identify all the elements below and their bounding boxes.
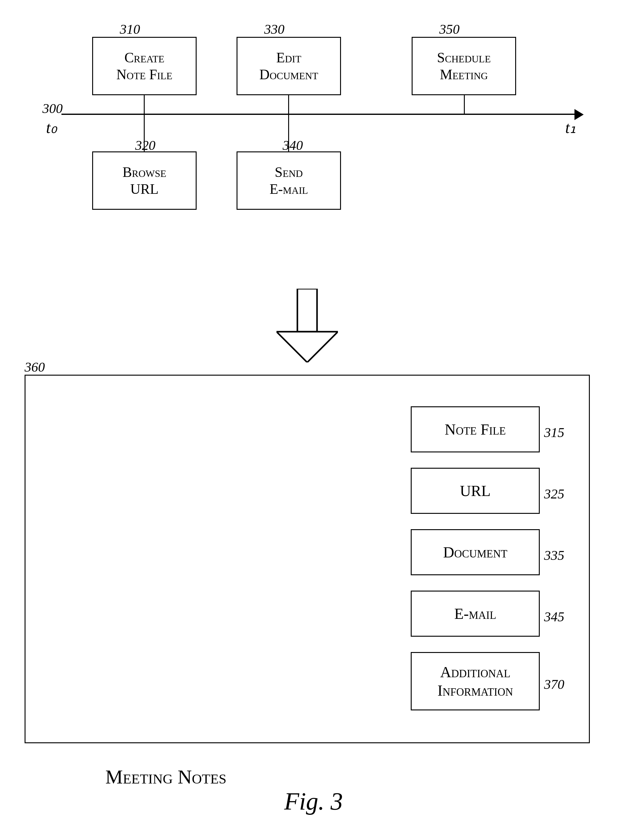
meeting-notes-panel: Meeting Notes Note File 315 URL 325 Docu… xyxy=(25,375,590,743)
url-button[interactable]: URL xyxy=(411,468,540,514)
ref-300-label: 300 xyxy=(43,101,63,116)
ref-320-label: 320 xyxy=(135,138,156,153)
meeting-notes-title: Meeting Notes xyxy=(106,766,227,788)
t0-label: t₀ xyxy=(46,118,57,137)
box-310: Create Note File xyxy=(92,37,197,95)
timeline-diagram: 300 t₀ t₁ 310 Create Note File 320 Brows… xyxy=(25,19,602,264)
note-file-button[interactable]: Note File xyxy=(411,406,540,452)
timeline-line xyxy=(61,114,578,115)
svg-rect-0 xyxy=(298,289,317,332)
ref-350-label: 350 xyxy=(439,22,460,37)
vline-340 xyxy=(288,115,289,151)
ref-330-label: 330 xyxy=(264,22,285,37)
ref-340-label: 340 xyxy=(283,138,303,153)
ref-360-label: 360 xyxy=(25,359,45,375)
box-350: Schedule Meeting xyxy=(412,37,516,95)
box-330: Edit Document xyxy=(236,37,341,95)
ref-335-label: 335 xyxy=(544,547,564,563)
email-button[interactable]: E-mail xyxy=(411,591,540,637)
ref-345-label: 345 xyxy=(544,609,564,625)
document-button[interactable]: Document xyxy=(411,529,540,575)
svg-marker-1 xyxy=(276,332,338,362)
down-arrow-container xyxy=(276,289,338,363)
vline-320 xyxy=(144,115,145,151)
t1-label: t₁ xyxy=(565,118,576,137)
ref-310-label: 310 xyxy=(120,22,140,37)
down-arrow-svg xyxy=(276,289,338,362)
ref-325-label: 325 xyxy=(544,486,564,502)
ref-315-label: 315 xyxy=(544,425,564,440)
additional-info-button[interactable]: Additional Information xyxy=(411,652,540,710)
box-320: Browse URL xyxy=(92,151,197,210)
figure-label: Fig. 3 xyxy=(284,788,343,815)
box-340: Send E-mail xyxy=(236,151,341,210)
ref-370-label: 370 xyxy=(544,676,564,692)
